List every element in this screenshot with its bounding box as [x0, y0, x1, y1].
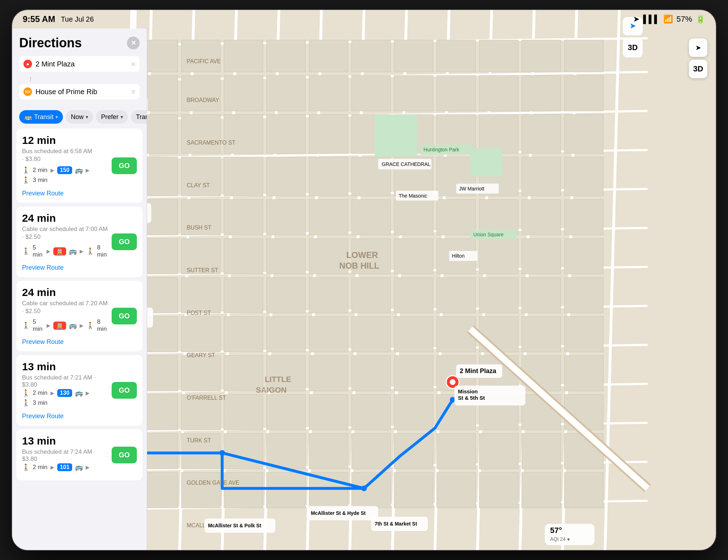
preview-route-2[interactable]: Preview Route [22, 262, 108, 271]
bus-icon-5: 🚌 [75, 463, 83, 471]
route-card-4: 13 min Bus scheduled at 7:21 AM · $3.80 … [16, 355, 143, 426]
route-card-2-inner: 24 min Cable car scheduled at 7:00 AM · … [22, 212, 137, 271]
close-button[interactable]: ✕ [127, 37, 140, 49]
route-3-steps: 🚶 5 min ▶ 🚊 🚌 ▶ 🚶 8 min [22, 318, 108, 333]
svg-rect-62 [267, 157, 306, 196]
svg-rect-109 [394, 317, 433, 352]
svg-text:PACIFIC AVE: PACIFIC AVE [187, 58, 221, 64]
svg-rect-120 [394, 355, 433, 391]
svg-point-167 [361, 485, 367, 491]
filter-now[interactable]: Now ▾ [66, 110, 93, 124]
svg-rect-52 [309, 114, 348, 154]
svg-rect-29 [267, 40, 306, 72]
bus-badge-150: 150 [57, 166, 73, 174]
svg-rect-99 [437, 278, 476, 313]
svg-rect-153 [394, 473, 433, 508]
svg-rect-63 [309, 157, 348, 196]
walk-time-3: 5 min [33, 244, 44, 258]
status-icons: ➤ ▌▌▌ 📶 57% 🔋 [633, 15, 705, 24]
route-list[interactable]: 12 min Bus scheduled at 6:58 AM · $3.80 … [12, 129, 147, 550]
svg-text:GOLDEN GATE AVE: GOLDEN GATE AVE [187, 480, 239, 486]
svg-text:McAllister St & Polk St: McAllister St & Polk St [208, 523, 261, 528]
svg-rect-108 [352, 317, 391, 352]
svg-rect-31 [352, 40, 391, 72]
route-1-step-2: 🚶 3 min [22, 176, 108, 184]
arrow-4: ▶ [80, 248, 84, 254]
3d-button[interactable]: 3D [689, 60, 707, 78]
go-button-1[interactable]: GO [112, 157, 137, 174]
svg-rect-32 [394, 40, 433, 72]
route-1-step-1: 🚶 2 min ▶ 150 🚌 ▶ [22, 166, 108, 174]
svg-rect-61 [224, 157, 263, 196]
transit-icon: 🚌 [24, 113, 32, 121]
svg-text:SAIGON: SAIGON [256, 386, 287, 394]
svg-text:57°: 57° [550, 526, 562, 535]
svg-text:JW Marriott: JW Marriott [459, 186, 484, 192]
svg-rect-105 [224, 317, 263, 352]
svg-rect-69 [564, 157, 604, 196]
walk-time-8: 3 min [33, 399, 48, 406]
waypoint-start[interactable]: ● 2 Mint Plaza ≡ [19, 56, 140, 72]
drag-handle-start[interactable]: ≡ [131, 60, 135, 68]
svg-rect-73 [267, 200, 306, 235]
filter-transit2-label: Transit [136, 113, 147, 121]
svg-text:AQI 24 ●: AQI 24 ● [550, 536, 570, 542]
route-5-steps: 🚶 2 min ▶ 101 🚌 ▶ [22, 463, 108, 471]
svg-rect-49 [181, 114, 220, 154]
svg-rect-131 [394, 394, 433, 430]
location-button[interactable]: ➤ [689, 38, 707, 57]
now-chevron: ▾ [86, 114, 88, 120]
route-card-5: 13 min Bus scheduled at 7:24 AM · $3.80 … [16, 429, 143, 480]
svg-rect-27 [181, 40, 220, 72]
walk-icon-6: 🚶 [86, 322, 94, 329]
waypoint-end[interactable]: 🍽 House of Prime Rib ≡ [19, 84, 140, 99]
start-icon: ● [23, 60, 32, 68]
preview-route-3[interactable]: Preview Route [22, 336, 108, 346]
route-1-desc: Bus scheduled at 6:58 AM [22, 148, 108, 155]
svg-rect-36 [564, 40, 604, 72]
svg-rect-129 [309, 394, 348, 430]
svg-rect-89 [479, 238, 518, 274]
go-button-5[interactable]: GO [112, 447, 137, 463]
svg-text:SACRAMENTO ST: SACRAMENTO ST [187, 140, 235, 146]
preview-route-4[interactable]: Preview Route [22, 410, 108, 420]
drag-handle-end[interactable]: ≡ [131, 88, 135, 96]
filter-transit-label: Transit [34, 113, 53, 121]
go-button-2[interactable]: GO [112, 233, 137, 250]
battery-level: 57% [676, 15, 692, 24]
svg-point-166 [219, 450, 225, 456]
svg-text:GEARY ST: GEARY ST [187, 352, 215, 358]
walk-icon-3: 🚶 [22, 247, 30, 255]
svg-text:GRACE CATHEDRAL: GRACE CATHEDRAL [382, 161, 430, 167]
svg-rect-148 [181, 473, 220, 508]
waypoints-container: ● 2 Mint Plaza ≡ 🍽 House of Prime Rib ≡ [19, 56, 140, 102]
svg-text:POST ST: POST ST [187, 310, 211, 316]
walk-icon-1: 🚶 [22, 166, 30, 174]
svg-rect-72 [224, 200, 263, 235]
route-3-price: · $2.50 [22, 308, 108, 315]
svg-rect-154 [437, 473, 476, 508]
svg-rect-97 [352, 278, 391, 313]
filter-prefer[interactable]: Prefer ▾ [96, 110, 128, 124]
preview-route-1[interactable]: Preview Route [22, 188, 108, 197]
svg-rect-94 [224, 278, 263, 313]
route-1-price: · $3.80 [22, 156, 108, 163]
walk-time-6: 8 min [97, 318, 108, 333]
svg-rect-144 [479, 434, 518, 469]
svg-text:Mission: Mission [458, 388, 478, 394]
walk-time-5: 5 min [33, 318, 44, 333]
route-5-desc: Bus scheduled at 7:24 AM · $3.80 [22, 448, 108, 463]
go-button-3[interactable]: GO [112, 308, 137, 324]
svg-rect-44 [437, 76, 476, 111]
svg-rect-113 [564, 317, 604, 352]
cable-badge-1: 🚊 [53, 247, 66, 255]
go-button-4[interactable]: GO [112, 382, 137, 399]
arrow-7: ▶ [50, 390, 54, 396]
route-2-desc: Cable car scheduled at 7:00 AM [22, 226, 108, 233]
svg-rect-57 [522, 114, 561, 154]
status-time: 9:55 AM [23, 14, 55, 24]
svg-text:3D: 3D [628, 43, 638, 52]
filter-transit[interactable]: 🚌 Transit ▾ [19, 110, 63, 124]
filter-transit2[interactable]: Transit [131, 110, 147, 124]
svg-text:CLAY ST: CLAY ST [187, 182, 210, 188]
